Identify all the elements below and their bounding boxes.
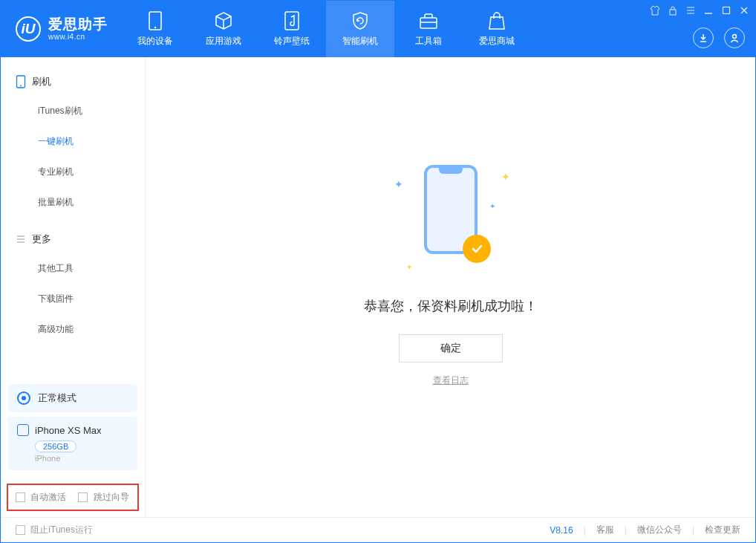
check-update-link[interactable]: 检查更新 [705,524,740,536]
window-controls [650,5,749,16]
view-log-link[interactable]: 查看日志 [433,374,469,387]
sparkle-icon: ✦ [501,171,509,178]
sidebar-item-itunes-flash[interactable]: iTunes刷机 [1,96,145,126]
success-illustration: ✦ ✦ ✦ ✦ [384,157,518,276]
section-label: 刷机 [32,75,51,88]
sidebar-item-pro-flash[interactable]: 专业刷机 [1,157,145,187]
device-panel: 正常模式 iPhone XS Max 256GB iPhone [8,384,137,470]
footer-left: 阻止iTunes运行 [16,524,93,536]
device-card[interactable]: iPhone XS Max 256GB iPhone [8,417,137,470]
main-content: ✦ ✦ ✦ ✦ 恭喜您，保资料刷机成功啦！ 确定 查看日志 [146,57,755,517]
svg-point-8 [20,85,22,87]
device-name: iPhone XS Max [35,425,102,436]
checkbox-label: 阻止iTunes运行 [30,524,93,535]
wechat-link[interactable]: 微信公众号 [637,524,682,536]
app-logo-icon: iU [16,16,41,42]
music-file-icon [282,11,302,30]
toolbox-icon [419,11,438,30]
checkbox-icon [78,492,88,502]
body: 刷机 iTunes刷机 一键刷机 专业刷机 批量刷机 更多 其他工具 下载固件 … [1,57,755,517]
sparkle-icon: ✦ [394,178,402,186]
user-icon[interactable] [724,27,745,48]
app-title: 爱思助手 [48,17,108,33]
tab-toolbox[interactable]: 工具箱 [394,1,463,57]
block-itunes-checkbox[interactable]: 阻止iTunes运行 [16,524,93,536]
shopping-bag-icon [487,11,506,30]
checkbox-label: 跳过向导 [94,492,129,502]
sidebar-item-advanced[interactable]: 高级功能 [1,314,145,345]
notch-icon [439,168,463,174]
sidebar: 刷机 iTunes刷机 一键刷机 专业刷机 批量刷机 更多 其他工具 下载固件 … [1,57,146,517]
version-label: V8.16 [550,525,573,536]
checkbox-label: 自动激活 [30,492,66,502]
tab-store[interactable]: 爱思商城 [463,1,531,57]
list-icon [16,234,26,244]
phone-outline-icon [16,75,26,88]
app-window: iU 爱思助手 www.i4.cn 我的设备 应用游戏 [0,0,756,543]
capacity-badge: 256GB [35,440,76,452]
device-name-row: iPhone XS Max [17,424,128,436]
menu-icon[interactable] [685,5,696,16]
logo-area: iU 爱思助手 www.i4.cn [1,1,121,57]
ok-button[interactable]: 确定 [399,334,503,362]
svg-point-6 [733,35,737,39]
sidebar-item-oneclick-flash[interactable]: 一键刷机 [1,126,145,157]
lock-icon[interactable] [668,5,678,16]
check-badge-icon [463,235,491,263]
status-dot-icon [17,391,30,405]
device-icon [146,11,165,30]
tab-label: 智能刷机 [342,35,378,48]
cube-icon [214,11,233,30]
checkbox-icon [16,525,25,535]
svg-rect-2 [285,12,299,30]
tab-label: 工具箱 [415,35,442,48]
sidebar-section-flash: 刷机 [1,68,145,96]
footer: 阻止iTunes运行 V8.16 | 客服 | 微信公众号 | 检查更新 [1,517,755,542]
sidebar-flash-list: iTunes刷机 一键刷机 专业刷机 批量刷机 [1,96,145,218]
divider: | [625,525,627,536]
sidebar-item-download-firmware[interactable]: 下载固件 [1,284,145,314]
close-icon[interactable] [739,5,749,16]
tab-smart-flash[interactable]: 智能刷机 [326,1,394,57]
checkbox-icon [16,492,25,502]
header: iU 爱思助手 www.i4.cn 我的设备 应用游戏 [1,1,755,57]
svg-rect-5 [723,7,730,14]
sidebar-section-more: 更多 [1,225,145,253]
footer-right: V8.16 | 客服 | 微信公众号 | 检查更新 [550,524,740,536]
tab-my-device[interactable]: 我的设备 [121,1,189,57]
success-message: 恭喜您，保资料刷机成功啦！ [364,297,538,315]
sparkle-icon: ✦ [406,263,414,270]
maximize-icon[interactable] [721,5,731,16]
minimize-icon[interactable] [703,5,714,16]
auto-activate-checkbox[interactable]: 自动激活 [16,491,66,504]
app-subtitle: www.i4.cn [48,33,108,41]
logo-text: 爱思助手 www.i4.cn [48,17,108,41]
flash-options-highlighted: 自动激活 跳过向导 [7,484,139,511]
support-link[interactable]: 客服 [596,524,614,536]
tab-label: 铃声壁纸 [274,35,310,48]
divider: | [584,525,586,536]
tab-ringtone-wallpaper[interactable]: 铃声壁纸 [258,1,326,57]
tab-label: 应用游戏 [206,35,241,48]
skip-guide-checkbox[interactable]: 跳过向导 [78,491,128,504]
nav-tabs: 我的设备 应用游戏 铃声壁纸 智能刷机 [121,1,531,57]
download-icon[interactable] [693,27,714,48]
tab-apps-games[interactable]: 应用游戏 [189,1,258,57]
shirt-icon[interactable] [650,5,660,16]
device-status-card[interactable]: 正常模式 [8,384,137,412]
device-type: iPhone [35,454,128,463]
status-label: 正常模式 [38,391,76,405]
svg-point-1 [154,26,156,27]
sidebar-item-other-tools[interactable]: 其他工具 [1,253,145,284]
device-small-icon [17,424,29,436]
svg-rect-4 [670,10,676,15]
divider: | [692,525,694,536]
tab-label: 我的设备 [137,35,173,48]
sidebar-item-batch-flash[interactable]: 批量刷机 [1,187,145,218]
section-label: 更多 [32,233,51,246]
sidebar-more-list: 其他工具 下载固件 高级功能 [1,253,145,345]
header-actions [693,27,745,48]
sparkle-icon: ✦ [489,202,497,209]
tab-label: 爱思商城 [479,35,515,48]
shield-refresh-icon [351,11,370,30]
